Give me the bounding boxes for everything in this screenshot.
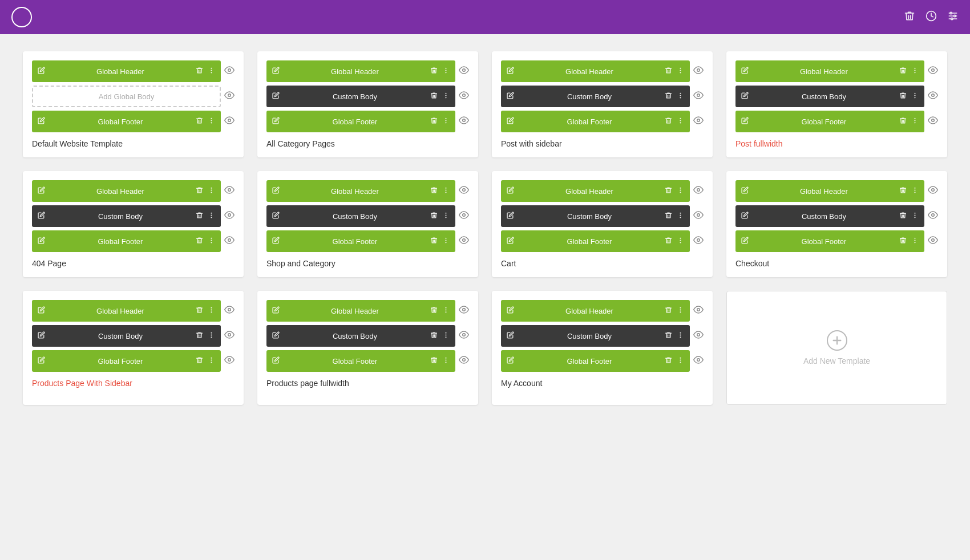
bar-trash-icon[interactable] [899, 117, 907, 126]
pencil-icon[interactable] [272, 186, 280, 196]
pencil-icon[interactable] [741, 212, 749, 221]
bar-dots-icon[interactable] [677, 331, 684, 340]
eye-icon[interactable] [224, 115, 235, 128]
bar-trash-icon[interactable] [665, 356, 672, 366]
bar-trash-icon[interactable] [899, 237, 907, 246]
eye-icon[interactable] [459, 355, 469, 367]
pencil-icon[interactable] [38, 331, 45, 340]
pencil-icon[interactable] [272, 237, 280, 246]
bar-dots-icon[interactable] [442, 237, 450, 246]
bar-trash-icon[interactable] [899, 186, 907, 196]
eye-icon[interactable] [928, 235, 938, 247]
pencil-icon[interactable] [507, 212, 514, 221]
pencil-icon[interactable] [272, 92, 280, 101]
bar-dots-icon[interactable] [208, 331, 215, 340]
pencil-icon[interactable] [272, 212, 280, 221]
bar-dots-icon[interactable] [208, 67, 215, 76]
pencil-icon[interactable] [272, 67, 280, 76]
bar-dots-icon[interactable] [442, 92, 450, 101]
bar-dots-icon[interactable] [208, 117, 215, 126]
bar-trash-icon[interactable] [196, 331, 203, 340]
bar-dots-icon[interactable] [208, 306, 215, 315]
bar-trash-icon[interactable] [899, 212, 907, 221]
bar-dots-icon[interactable] [911, 186, 919, 196]
pencil-icon[interactable] [38, 186, 45, 196]
bar-trash-icon[interactable] [665, 306, 672, 315]
pencil-icon[interactable] [507, 331, 514, 340]
eye-icon[interactable] [459, 185, 469, 197]
bar-trash-icon[interactable] [665, 212, 672, 221]
bar-dots-icon[interactable] [442, 212, 450, 221]
pencil-icon[interactable] [38, 67, 45, 76]
bar-trash-icon[interactable] [430, 237, 438, 246]
bar-trash-icon[interactable] [430, 306, 438, 315]
eye-icon[interactable] [459, 210, 469, 222]
pencil-icon[interactable] [272, 117, 280, 126]
eye-icon[interactable] [693, 90, 704, 103]
eye-icon[interactable] [693, 235, 704, 247]
pencil-icon[interactable] [507, 356, 514, 366]
eye-icon[interactable] [459, 235, 469, 247]
bar-dots-icon[interactable] [911, 237, 919, 246]
pencil-icon[interactable] [741, 92, 749, 101]
bar-trash-icon[interactable] [430, 331, 438, 340]
pencil-icon[interactable] [741, 117, 749, 126]
bar-trash-icon[interactable] [430, 356, 438, 366]
bar-dots-icon[interactable] [677, 67, 684, 76]
bar-trash-icon[interactable] [899, 67, 907, 76]
pencil-icon[interactable] [38, 117, 45, 126]
bar-trash-icon[interactable] [196, 67, 203, 76]
bar-dots-icon[interactable] [677, 237, 684, 246]
history-icon[interactable] [925, 10, 937, 25]
bar-trash-icon[interactable] [899, 92, 907, 101]
settings-icon[interactable] [947, 10, 959, 25]
bar-trash-icon[interactable] [430, 186, 438, 196]
eye-icon[interactable] [459, 305, 469, 317]
bar-dots-icon[interactable] [208, 212, 215, 221]
bar-trash-icon[interactable] [665, 331, 672, 340]
eye-icon[interactable] [928, 185, 938, 197]
bar-dots-icon[interactable] [442, 117, 450, 126]
bar-trash-icon[interactable] [665, 186, 672, 196]
eye-icon[interactable] [224, 235, 235, 247]
bar-trash-icon[interactable] [665, 237, 672, 246]
pencil-icon[interactable] [741, 237, 749, 246]
bar-trash-icon[interactable] [196, 237, 203, 246]
eye-icon[interactable] [928, 210, 938, 222]
bar-trash-icon[interactable] [196, 306, 203, 315]
trash-icon[interactable] [904, 10, 915, 25]
bar-dots-icon[interactable] [208, 237, 215, 246]
pencil-icon[interactable] [507, 186, 514, 196]
eye-icon[interactable] [459, 115, 469, 128]
bar-dots-icon[interactable] [677, 356, 684, 366]
bar-trash-icon[interactable] [430, 67, 438, 76]
bar-dots-icon[interactable] [442, 356, 450, 366]
bar-dots-icon[interactable] [677, 212, 684, 221]
pencil-icon[interactable] [507, 117, 514, 126]
eye-icon[interactable] [224, 90, 235, 103]
bar-trash-icon[interactable] [196, 356, 203, 366]
bar-dots-icon[interactable] [442, 186, 450, 196]
eye-icon[interactable] [693, 330, 704, 342]
pencil-icon[interactable] [272, 356, 280, 366]
pencil-icon[interactable] [272, 306, 280, 315]
pencil-icon[interactable] [741, 67, 749, 76]
pencil-icon[interactable] [507, 306, 514, 315]
eye-icon[interactable] [693, 65, 704, 78]
pencil-icon[interactable] [38, 306, 45, 315]
add-new-template-card[interactable]: Add New Template [726, 291, 947, 405]
bar-dots-icon[interactable] [677, 306, 684, 315]
bar-dots-icon[interactable] [442, 306, 450, 315]
eye-icon[interactable] [224, 65, 235, 78]
pencil-icon[interactable] [38, 237, 45, 246]
bar-dots-icon[interactable] [208, 356, 215, 366]
bar-dots-icon[interactable] [911, 212, 919, 221]
eye-icon[interactable] [224, 185, 235, 197]
bar-trash-icon[interactable] [665, 92, 672, 101]
row-bar-dashed[interactable]: Add Global Body [32, 86, 221, 107]
eye-icon[interactable] [224, 355, 235, 367]
bar-trash-icon[interactable] [430, 117, 438, 126]
eye-icon[interactable] [224, 330, 235, 342]
eye-icon[interactable] [928, 115, 938, 128]
bar-trash-icon[interactable] [665, 67, 672, 76]
